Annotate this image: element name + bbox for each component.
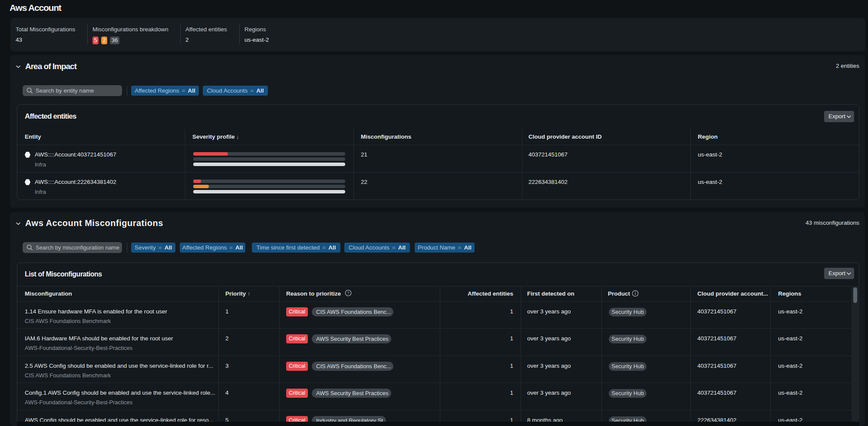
svg-text:?: ? [347, 291, 349, 295]
